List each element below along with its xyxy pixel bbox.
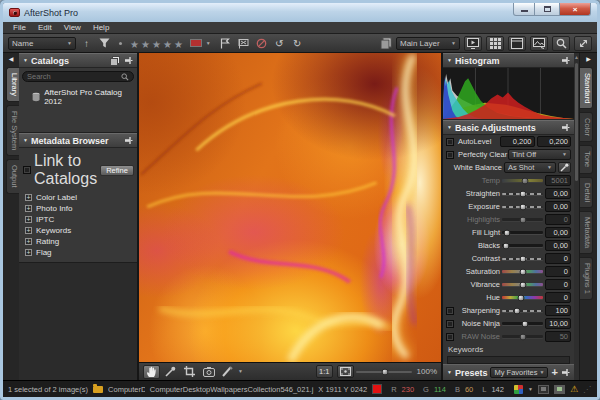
- metadata-browser-header[interactable]: ▼ Metadata Browser: [19, 133, 137, 148]
- clear-flag-button[interactable]: [254, 36, 269, 51]
- add-preset-button[interactable]: +: [552, 367, 558, 378]
- blacks-slider-thumb[interactable]: [503, 242, 510, 249]
- rating-star-icon[interactable]: ★: [173, 39, 184, 50]
- crop-tool-button[interactable]: [181, 365, 198, 379]
- rating-zero-dot-icon[interactable]: [119, 42, 122, 45]
- autolevel-checkbox[interactable]: [446, 138, 454, 146]
- right-tab-color[interactable]: Color: [580, 112, 593, 142]
- layers-button[interactable]: [378, 36, 393, 51]
- temp-slider[interactable]: [502, 179, 543, 182]
- highlights-value[interactable]: 0: [545, 214, 571, 225]
- brush-tool-button[interactable]: [219, 365, 236, 379]
- rating-star-icon[interactable]: ★: [140, 39, 151, 50]
- expand-plus-icon[interactable]: +: [25, 227, 32, 234]
- right-tab-detail[interactable]: Detail: [580, 177, 593, 208]
- minimize-button[interactable]: [513, 3, 535, 16]
- contrast-slider[interactable]: [502, 258, 543, 260]
- blacks-value[interactable]: 0,00: [545, 240, 571, 251]
- pin-icon[interactable]: [561, 368, 570, 377]
- warning-icon[interactable]: ⚠: [570, 385, 578, 394]
- maximize-button[interactable]: [535, 3, 559, 16]
- folder-path[interactable]: ComputerDesktopWallpapersCollection5: [108, 385, 145, 394]
- temp-value[interactable]: 5001: [545, 175, 571, 186]
- white-balance-picker-button[interactable]: [558, 162, 571, 173]
- fill-light-value[interactable]: 0,00: [545, 227, 571, 238]
- sidebar-tab-output[interactable]: Output: [6, 159, 19, 194]
- hue-slider[interactable]: [502, 296, 543, 299]
- sharpening-checkbox[interactable]: [446, 307, 454, 315]
- sort-direction-button[interactable]: ↑: [79, 36, 94, 51]
- collapse-right-panel-button[interactable]: ▶: [586, 54, 591, 64]
- expand-plus-icon[interactable]: +: [25, 205, 32, 212]
- noise-ninja-checkbox[interactable]: [446, 320, 454, 328]
- chevron-down-icon[interactable]: ▼: [238, 369, 243, 374]
- catalogs-header[interactable]: ▼ Catalogs: [19, 53, 137, 68]
- menu-view[interactable]: View: [58, 23, 87, 32]
- menu-file[interactable]: File: [7, 23, 32, 32]
- vibrance-slider[interactable]: [502, 283, 543, 286]
- autolevel-value-1[interactable]: 0,200: [500, 136, 535, 147]
- refine-button[interactable]: Refine: [100, 165, 134, 176]
- right-tab-metadata[interactable]: Metadata: [580, 211, 593, 254]
- fill-light-slider-thumb[interactable]: [504, 229, 511, 236]
- expand-plus-icon[interactable]: +: [25, 194, 32, 201]
- metadata-item-rating[interactable]: +Rating: [23, 236, 133, 247]
- vibrance-slider-thumb[interactable]: [519, 281, 526, 288]
- white-balance-select[interactable]: As Shot ▼: [504, 162, 556, 173]
- right-tab-standard[interactable]: Standard: [580, 67, 593, 109]
- right-tab-tone[interactable]: Tone: [580, 145, 593, 173]
- blacks-slider[interactable]: [502, 244, 543, 247]
- sharpening-slider[interactable]: [502, 310, 543, 312]
- memory-status-icon[interactable]: [554, 385, 565, 394]
- zoom-slider[interactable]: [356, 371, 412, 373]
- preview-image-button[interactable]: [530, 36, 548, 51]
- chevron-down-icon[interactable]: ▼: [528, 387, 533, 392]
- scroll-up-icon[interactable]: ▲: [574, 53, 579, 60]
- hue-slider-thumb[interactable]: [518, 294, 525, 301]
- metadata-item-photo-info[interactable]: +Photo Info: [23, 203, 133, 214]
- exposure-slider[interactable]: [502, 206, 543, 208]
- raw-noise-slider-thumb[interactable]: [519, 333, 526, 340]
- expand-plus-icon[interactable]: +: [25, 216, 32, 223]
- temp-slider-thumb[interactable]: [521, 177, 528, 184]
- catalog-search-box[interactable]: [22, 71, 134, 82]
- sort-by-select[interactable]: Name ▼: [8, 37, 76, 50]
- histogram-header[interactable]: ▼ Histogram: [443, 53, 574, 68]
- metadata-item-flag[interactable]: +Flag: [23, 247, 133, 258]
- color-management-icon[interactable]: [514, 385, 523, 394]
- scrollbar-thumb[interactable]: [575, 63, 578, 181]
- flag-pick-button[interactable]: [218, 36, 233, 51]
- right-tab-plugins-1[interactable]: Plugins 1: [580, 257, 593, 300]
- exposure-slider-thumb[interactable]: [519, 203, 526, 210]
- raw-noise-slider[interactable]: [502, 335, 543, 338]
- tint-select[interactable]: Tint Off ▼: [508, 149, 571, 160]
- magnifier-view-button[interactable]: [552, 36, 570, 51]
- close-button[interactable]: ×: [559, 3, 591, 16]
- straighten-slider[interactable]: [502, 193, 543, 195]
- flag-reject-button[interactable]: [236, 36, 251, 51]
- pin-icon[interactable]: [561, 56, 570, 65]
- straighten-slider-thumb[interactable]: [519, 190, 526, 197]
- rating-star-icon[interactable]: ★: [129, 39, 140, 50]
- highlights-slider[interactable]: [502, 218, 543, 221]
- noise-ninja-slider[interactable]: [502, 322, 543, 325]
- raw-noise-checkbox[interactable]: [446, 333, 454, 341]
- fill-light-slider[interactable]: [502, 231, 543, 234]
- vibrance-value[interactable]: 0: [545, 279, 571, 290]
- slideshow-view-button[interactable]: [464, 36, 482, 51]
- pin-icon[interactable]: [124, 56, 133, 65]
- autolevel-value-2[interactable]: 0,200: [537, 136, 572, 147]
- chevron-down-icon[interactable]: ▼: [206, 41, 211, 46]
- image-canvas[interactable]: [139, 53, 441, 362]
- expand-plus-icon[interactable]: +: [25, 238, 32, 245]
- layer-select[interactable]: Main Layer ▼: [396, 37, 460, 50]
- rating-star-icon[interactable]: ★: [162, 39, 173, 50]
- noise-ninja-value[interactable]: 10,00: [545, 318, 571, 329]
- link-to-catalogs-checkbox[interactable]: [23, 166, 31, 174]
- saturation-slider[interactable]: [502, 270, 543, 273]
- eyedropper-tool-button[interactable]: [162, 365, 179, 379]
- fullscreen-button[interactable]: [574, 36, 592, 51]
- straighten-value[interactable]: 0,00: [545, 188, 571, 199]
- catalog-item[interactable]: AfterShot Pro Catalog 2012: [19, 84, 137, 108]
- resize-grip[interactable]: ⋰: [583, 385, 592, 394]
